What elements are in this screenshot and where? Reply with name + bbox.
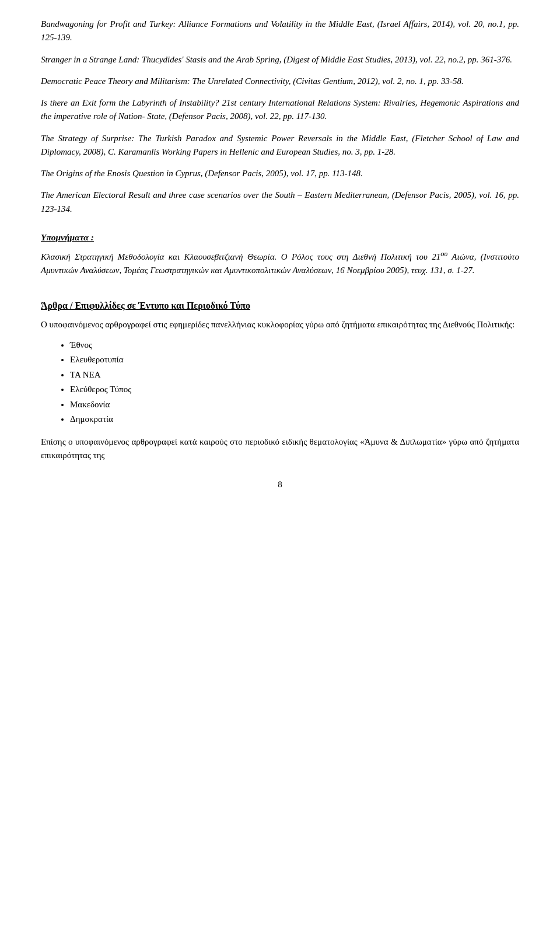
paragraph-6: The Origins of the Enosis Question in Cy… [41, 167, 519, 180]
notes-text-1: Κλασική Στρατηγική Μεθοδολογία και Κλαου… [41, 252, 276, 261]
list-item: Ελεύθερος Τύπος [70, 382, 519, 397]
notes-paragraph: Κλασική Στρατηγική Μεθοδολογία και Κλαου… [41, 249, 519, 278]
bullet-list: Έθνος Ελευθεροτυπία ΤΑ ΝΕΑ Ελεύθερος Τύπ… [70, 338, 519, 427]
paragraph-3: Democratic Peace Theory and Militarism: … [41, 75, 519, 88]
paragraph-1: Bandwagoning for Profit and Turkey: Alli… [41, 18, 519, 45]
paragraph-7: The American Electoral Result and three … [41, 188, 519, 216]
articles-section: Άρθρα / Επιφυλλίδες σε Έντυπο και Περιοδ… [41, 301, 519, 462]
notes-section: Υπομνήματα : Κλασική Στρατηγική Μεθοδολο… [41, 232, 519, 278]
paragraph-5: The Strategy of Surprise: The Turkish Pa… [41, 132, 519, 159]
list-item: ΤΑ ΝΕΑ [70, 368, 519, 383]
articles-intro: Ο υποφαινόμενος αρθρογραφεί στις εφημερί… [41, 318, 519, 331]
articles-heading: Άρθρα / Επιφυλλίδες σε Έντυπο και Περιοδ… [41, 301, 519, 311]
notes-heading: Υπομνήματα : [41, 232, 519, 243]
paragraph-4: Is there an Exit form the Labyrinth of I… [41, 96, 519, 124]
notes-superscript: ου [440, 250, 447, 258]
closing-paragraph: Επίσης ο υποφαινόμενος αρθρογραφεί κατά … [41, 435, 519, 463]
list-item: Δημοκρατία [70, 412, 519, 427]
list-item: Έθνος [70, 338, 519, 353]
paragraph-2: Stranger in a Strange Land: Thucydides' … [41, 53, 519, 67]
list-item: Μακεδονία [70, 397, 519, 413]
list-item: Ελευθεροτυπία [70, 352, 519, 368]
notes-text-2: Ο Ρόλος τους στη Διεθνή Πολιτική του 21 [276, 252, 440, 261]
page-number: 8 [41, 480, 519, 490]
